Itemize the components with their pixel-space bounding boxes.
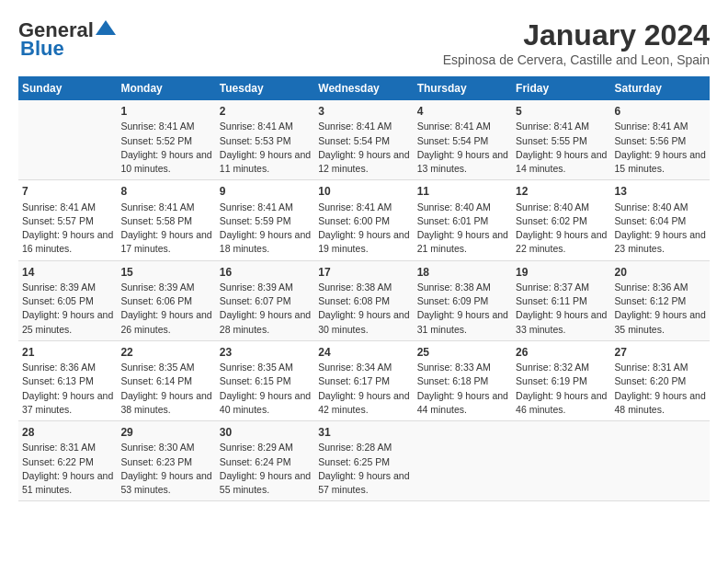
cell-info: Sunrise: 8:38 AMSunset: 6:09 PMDaylight:… xyxy=(417,281,508,337)
logo-icon xyxy=(96,20,116,35)
calendar-cell: 29Sunrise: 8:30 AMSunset: 6:23 PMDayligh… xyxy=(117,421,215,501)
calendar-week-row: 28Sunrise: 8:31 AMSunset: 6:22 PMDayligh… xyxy=(18,421,710,501)
cell-info: Sunrise: 8:33 AMSunset: 6:18 PMDaylight:… xyxy=(417,361,508,417)
calendar-week-row: 14Sunrise: 8:39 AMSunset: 6:05 PMDayligh… xyxy=(18,260,710,340)
calendar-cell: 10Sunrise: 8:41 AMSunset: 6:00 PMDayligh… xyxy=(314,180,413,260)
calendar-cell: 17Sunrise: 8:38 AMSunset: 6:08 PMDayligh… xyxy=(314,260,413,340)
day-number: 8 xyxy=(120,184,211,200)
day-number: 2 xyxy=(220,104,311,120)
day-number: 4 xyxy=(417,104,508,120)
calendar-cell: 6Sunrise: 8:41 AMSunset: 5:56 PMDaylight… xyxy=(611,100,710,180)
cell-info: Sunrise: 8:39 AMSunset: 6:07 PMDaylight:… xyxy=(220,281,311,337)
calendar-cell: 12Sunrise: 8:40 AMSunset: 6:02 PMDayligh… xyxy=(512,180,610,260)
cell-info: Sunrise: 8:36 AMSunset: 6:12 PMDaylight:… xyxy=(615,281,706,337)
cell-info: Sunrise: 8:40 AMSunset: 6:04 PMDaylight:… xyxy=(615,201,706,257)
day-number: 14 xyxy=(22,265,113,281)
calendar-week-row: 7Sunrise: 8:41 AMSunset: 5:57 PMDaylight… xyxy=(18,180,710,260)
cell-info: Sunrise: 8:32 AMSunset: 6:19 PMDaylight:… xyxy=(516,361,607,417)
calendar-table: SundayMondayTuesdayWednesdayThursdayFrid… xyxy=(18,76,710,501)
col-header-thursday: Thursday xyxy=(414,76,512,100)
cell-info: Sunrise: 8:29 AMSunset: 6:24 PMDaylight:… xyxy=(220,441,311,497)
cell-info: Sunrise: 8:31 AMSunset: 6:22 PMDaylight:… xyxy=(22,441,113,497)
day-number: 22 xyxy=(120,345,211,361)
calendar-week-row: 1Sunrise: 8:41 AMSunset: 5:52 PMDaylight… xyxy=(18,100,710,180)
calendar-cell: 1Sunrise: 8:41 AMSunset: 5:52 PMDaylight… xyxy=(117,100,215,180)
day-number: 16 xyxy=(220,265,311,281)
calendar-cell: 24Sunrise: 8:34 AMSunset: 6:17 PMDayligh… xyxy=(314,340,413,420)
day-number: 1 xyxy=(120,104,211,120)
col-header-friday: Friday xyxy=(512,76,610,100)
calendar-cell: 16Sunrise: 8:39 AMSunset: 6:07 PMDayligh… xyxy=(216,260,314,340)
calendar-cell: 4Sunrise: 8:41 AMSunset: 5:54 PMDaylight… xyxy=(414,100,512,180)
cell-info: Sunrise: 8:40 AMSunset: 6:02 PMDaylight:… xyxy=(516,201,607,257)
cell-info: Sunrise: 8:41 AMSunset: 5:58 PMDaylight:… xyxy=(120,201,211,257)
cell-info: Sunrise: 8:41 AMSunset: 5:56 PMDaylight:… xyxy=(615,120,706,176)
logo: General Blue xyxy=(18,18,116,61)
page-title: January 2024 xyxy=(443,18,710,52)
cell-info: Sunrise: 8:41 AMSunset: 5:57 PMDaylight:… xyxy=(22,201,113,257)
calendar-cell: 18Sunrise: 8:38 AMSunset: 6:09 PMDayligh… xyxy=(414,260,512,340)
cell-info: Sunrise: 8:37 AMSunset: 6:11 PMDaylight:… xyxy=(516,281,607,337)
day-number: 28 xyxy=(22,425,113,441)
calendar-header-row: SundayMondayTuesdayWednesdayThursdayFrid… xyxy=(18,76,710,100)
day-number: 30 xyxy=(220,425,311,441)
cell-info: Sunrise: 8:34 AMSunset: 6:17 PMDaylight:… xyxy=(318,361,409,417)
logo-blue: Blue xyxy=(18,37,64,61)
calendar-cell: 15Sunrise: 8:39 AMSunset: 6:06 PMDayligh… xyxy=(117,260,215,340)
calendar-cell: 7Sunrise: 8:41 AMSunset: 5:57 PMDaylight… xyxy=(18,180,117,260)
calendar-cell: 11Sunrise: 8:40 AMSunset: 6:01 PMDayligh… xyxy=(414,180,512,260)
title-area: January 2024 Espinosa de Cervera, Castil… xyxy=(443,18,710,67)
cell-info: Sunrise: 8:31 AMSunset: 6:20 PMDaylight:… xyxy=(615,361,706,417)
day-number: 3 xyxy=(318,104,409,120)
cell-info: Sunrise: 8:30 AMSunset: 6:23 PMDaylight:… xyxy=(120,441,211,497)
calendar-cell: 14Sunrise: 8:39 AMSunset: 6:05 PMDayligh… xyxy=(18,260,117,340)
col-header-monday: Monday xyxy=(117,76,215,100)
day-number: 15 xyxy=(120,265,211,281)
day-number: 26 xyxy=(516,345,607,361)
cell-info: Sunrise: 8:41 AMSunset: 5:55 PMDaylight:… xyxy=(516,120,607,176)
page-subtitle: Espinosa de Cervera, Castille and Leon, … xyxy=(443,52,710,67)
col-header-wednesday: Wednesday xyxy=(314,76,413,100)
day-number: 20 xyxy=(615,265,706,281)
day-number: 11 xyxy=(417,184,508,200)
day-number: 7 xyxy=(22,184,113,200)
day-number: 17 xyxy=(318,265,409,281)
cell-info: Sunrise: 8:39 AMSunset: 6:05 PMDaylight:… xyxy=(22,281,113,337)
cell-info: Sunrise: 8:40 AMSunset: 6:01 PMDaylight:… xyxy=(417,201,508,257)
calendar-cell: 20Sunrise: 8:36 AMSunset: 6:12 PMDayligh… xyxy=(611,260,710,340)
calendar-cell: 3Sunrise: 8:41 AMSunset: 5:54 PMDaylight… xyxy=(314,100,413,180)
calendar-cell: 19Sunrise: 8:37 AMSunset: 6:11 PMDayligh… xyxy=(512,260,610,340)
day-number: 23 xyxy=(220,345,311,361)
day-number: 13 xyxy=(615,184,706,200)
day-number: 12 xyxy=(516,184,607,200)
day-number: 10 xyxy=(318,184,409,200)
col-header-saturday: Saturday xyxy=(611,76,710,100)
calendar-cell xyxy=(611,421,710,501)
cell-info: Sunrise: 8:39 AMSunset: 6:06 PMDaylight:… xyxy=(120,281,211,337)
calendar-cell: 30Sunrise: 8:29 AMSunset: 6:24 PMDayligh… xyxy=(216,421,314,501)
day-number: 25 xyxy=(417,345,508,361)
cell-info: Sunrise: 8:36 AMSunset: 6:13 PMDaylight:… xyxy=(22,361,113,417)
calendar-cell: 31Sunrise: 8:28 AMSunset: 6:25 PMDayligh… xyxy=(314,421,413,501)
day-number: 18 xyxy=(417,265,508,281)
cell-info: Sunrise: 8:28 AMSunset: 6:25 PMDaylight:… xyxy=(318,441,409,497)
calendar-cell: 26Sunrise: 8:32 AMSunset: 6:19 PMDayligh… xyxy=(512,340,610,420)
cell-info: Sunrise: 8:41 AMSunset: 5:54 PMDaylight:… xyxy=(318,120,409,176)
day-number: 29 xyxy=(120,425,211,441)
day-number: 5 xyxy=(516,104,607,120)
cell-info: Sunrise: 8:35 AMSunset: 6:14 PMDaylight:… xyxy=(120,361,211,417)
cell-info: Sunrise: 8:41 AMSunset: 5:52 PMDaylight:… xyxy=(120,120,211,176)
svg-marker-0 xyxy=(96,20,116,35)
calendar-cell: 28Sunrise: 8:31 AMSunset: 6:22 PMDayligh… xyxy=(18,421,117,501)
calendar-cell: 21Sunrise: 8:36 AMSunset: 6:13 PMDayligh… xyxy=(18,340,117,420)
day-number: 24 xyxy=(318,345,409,361)
cell-info: Sunrise: 8:41 AMSunset: 5:54 PMDaylight:… xyxy=(417,120,508,176)
calendar-cell: 22Sunrise: 8:35 AMSunset: 6:14 PMDayligh… xyxy=(117,340,215,420)
calendar-cell xyxy=(18,100,117,180)
cell-info: Sunrise: 8:41 AMSunset: 6:00 PMDaylight:… xyxy=(318,201,409,257)
col-header-sunday: Sunday xyxy=(18,76,117,100)
calendar-cell xyxy=(414,421,512,501)
header: General Blue January 2024 Espinosa de Ce… xyxy=(18,18,710,67)
calendar-cell: 2Sunrise: 8:41 AMSunset: 5:53 PMDaylight… xyxy=(216,100,314,180)
calendar-cell xyxy=(512,421,610,501)
